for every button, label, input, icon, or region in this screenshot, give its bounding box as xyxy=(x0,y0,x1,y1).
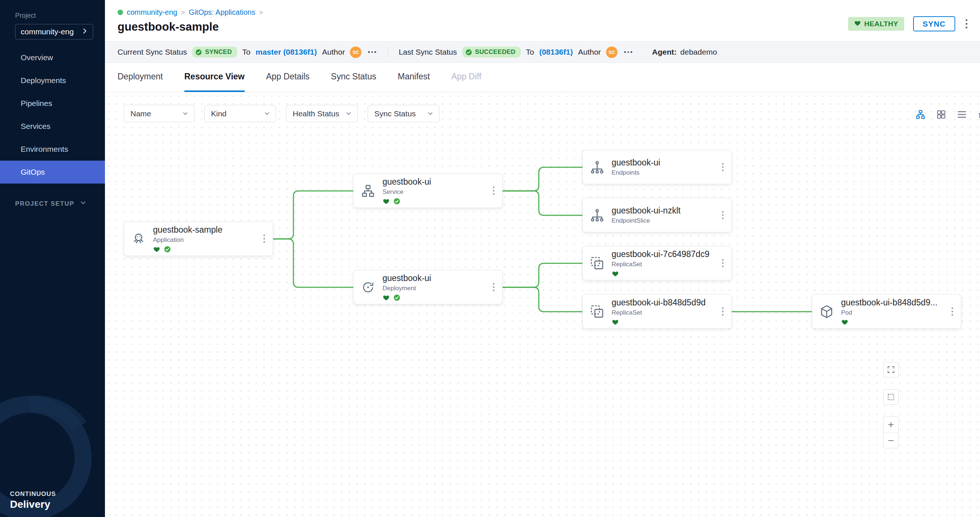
box-select-button[interactable] xyxy=(883,389,899,405)
chevron-down-icon xyxy=(182,110,189,117)
node-application[interactable]: guestbook-sample Application xyxy=(124,222,273,256)
zoom-in-button[interactable]: + xyxy=(883,417,898,433)
project-name: community-eng xyxy=(21,27,74,36)
node-title: guestbook-ui-b848d5d9d xyxy=(612,298,712,308)
breadcrumb-link-applications[interactable]: GitOps: Applications xyxy=(189,8,255,17)
author-avatar[interactable]: SC xyxy=(606,46,617,58)
node-kind: Application xyxy=(153,236,253,244)
node-menu-button[interactable] xyxy=(256,235,273,243)
node-title: guestbook-ui xyxy=(382,273,483,283)
tab-resource-view[interactable]: Resource View xyxy=(185,63,245,92)
current-revision-link[interactable]: master (08136f1) xyxy=(256,48,317,57)
tab-bar: Deployment Resource View App Details Syn… xyxy=(105,63,980,92)
health-badge-label: HEALTHY xyxy=(864,20,898,28)
sync-status-bar: Current Sync Status SYNCED To master (08… xyxy=(105,41,980,63)
tree-view-icon[interactable] xyxy=(915,109,926,121)
node-title: guestbook-ui-nzklt xyxy=(612,206,712,216)
filter-health-status-dropdown[interactable]: Health Status xyxy=(286,105,358,122)
synced-check-icon xyxy=(393,198,401,205)
node-pod[interactable]: guestbook-ui-b848d5d9... Pod xyxy=(812,294,961,329)
node-status xyxy=(612,270,712,278)
app-root: Project community-eng Overview Deploymen… xyxy=(0,0,980,517)
node-deployment[interactable]: guestbook-ui Deployment xyxy=(353,270,503,304)
sidebar-item-environments[interactable]: Environments xyxy=(0,138,105,161)
healthy-heart-icon xyxy=(854,19,861,29)
node-menu-button[interactable] xyxy=(485,187,502,195)
node-endpoints[interactable]: guestbook-ui Endpoints xyxy=(582,150,732,184)
tab-sync-status[interactable]: Sync Status xyxy=(331,63,377,92)
tab-deployment[interactable]: Deployment xyxy=(118,63,163,92)
node-status xyxy=(841,318,942,326)
filter-sync-status-dropdown[interactable]: Sync Status xyxy=(368,105,439,122)
health-status-badge: HEALTHY xyxy=(848,17,904,31)
healthy-heart-icon xyxy=(841,318,848,326)
chevron-down-icon xyxy=(427,110,434,117)
healthy-heart-icon xyxy=(153,246,161,253)
filter-kind-dropdown[interactable]: Kind xyxy=(204,105,276,122)
breadcrumb-link-project[interactable]: community-eng xyxy=(127,8,177,17)
node-status xyxy=(382,294,483,301)
sync-more-button[interactable] xyxy=(367,50,378,55)
deployment-icon xyxy=(354,279,382,295)
filter-health-status-label: Health Status xyxy=(293,109,339,118)
last-sync-more-button[interactable] xyxy=(623,50,634,55)
node-menu-button[interactable] xyxy=(714,307,731,316)
tab-app-details[interactable]: App Details xyxy=(266,63,310,92)
zoom-out-button[interactable]: − xyxy=(883,433,898,448)
application-icon xyxy=(124,231,153,247)
resource-graph-panel: Name Kind Health Status Sync Status xyxy=(105,92,980,517)
node-endpointslice[interactable]: guestbook-ui-nzklt EndpointSlice xyxy=(582,198,732,232)
node-replicaset-2[interactable]: guestbook-ui-b848d5d9d ReplicaSet xyxy=(582,294,732,329)
author-label: Author xyxy=(322,48,345,57)
brand-logo: CONTINUOUS Delivery xyxy=(10,490,56,511)
agent-name: debademo xyxy=(680,48,717,56)
node-service[interactable]: guestbook-ui Service xyxy=(353,174,503,208)
last-revision-link[interactable]: (08136f1) xyxy=(539,48,573,57)
app-menu-button[interactable] xyxy=(964,18,969,30)
chevron-right-icon xyxy=(81,27,88,36)
synced-status-pill: SYNCED xyxy=(192,46,237,58)
sidebar-item-services[interactable]: Services xyxy=(0,115,105,138)
node-menu-button[interactable] xyxy=(714,211,731,219)
grid-view-icon[interactable] xyxy=(935,109,947,121)
replicaset-icon xyxy=(583,304,612,319)
node-replicaset-1[interactable]: guestbook-ui-7c64987dc9 ReplicaSet xyxy=(582,246,732,280)
sidebar-item-pipelines[interactable]: Pipelines xyxy=(0,92,105,115)
zoom-controls: + − xyxy=(883,417,899,448)
sync-button[interactable]: SYNC xyxy=(913,16,955,32)
header-actions: HEALTHY SYNC xyxy=(848,16,969,32)
page-header: community-eng > GitOps: Applications > g… xyxy=(105,0,980,41)
sidebar-item-gitops[interactable]: GitOps xyxy=(0,161,105,184)
clipped-view-icon[interactable] xyxy=(977,109,980,121)
node-status xyxy=(612,318,712,326)
agent-info: Agent:debademo xyxy=(652,48,717,57)
filter-name-label: Name xyxy=(130,109,151,118)
chevron-down-icon xyxy=(345,110,352,117)
to-label: To xyxy=(242,48,251,57)
succeeded-check-icon xyxy=(465,49,472,56)
node-title: guestbook-ui xyxy=(612,158,712,168)
fullscreen-button[interactable] xyxy=(883,362,899,377)
sidebar-item-overview[interactable]: Overview xyxy=(0,46,105,69)
author-avatar[interactable]: SC xyxy=(350,46,361,58)
synced-check-icon xyxy=(164,246,171,253)
node-menu-button[interactable] xyxy=(714,259,731,267)
project-selector[interactable]: community-eng xyxy=(15,24,93,40)
project-label: Project xyxy=(15,12,105,19)
healthy-heart-icon xyxy=(382,294,390,301)
node-kind: ReplicaSet xyxy=(612,261,712,268)
node-kind: ReplicaSet xyxy=(612,309,712,317)
node-menu-button[interactable] xyxy=(485,283,502,291)
list-view-icon[interactable] xyxy=(956,109,968,121)
filter-name-dropdown[interactable]: Name xyxy=(124,105,194,122)
tab-manifest[interactable]: Manifest xyxy=(398,63,430,92)
project-setup-toggle[interactable]: PROJECT SETUP xyxy=(15,199,105,208)
project-setup-label: PROJECT SETUP xyxy=(15,200,74,208)
last-sync-label: Last Sync Status xyxy=(399,48,457,57)
main-area: community-eng > GitOps: Applications > g… xyxy=(105,0,980,517)
succeeded-status-label: SUCCEEDED xyxy=(475,48,515,56)
author-label: Author xyxy=(578,48,601,57)
node-menu-button[interactable] xyxy=(714,163,731,171)
sidebar-item-deployments[interactable]: Deployments xyxy=(0,69,105,92)
node-menu-button[interactable] xyxy=(944,307,961,316)
